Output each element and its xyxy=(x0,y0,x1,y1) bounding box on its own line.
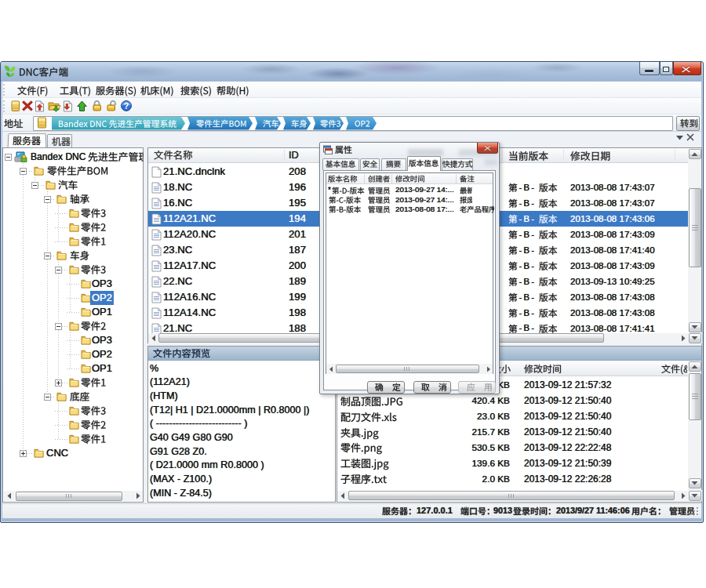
svg-text:?: ? xyxy=(124,101,129,111)
